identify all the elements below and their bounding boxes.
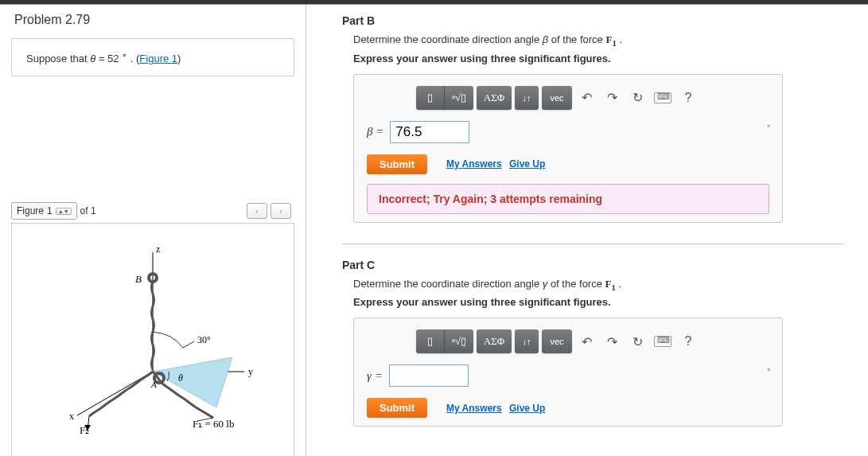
theta-label: θ: [178, 372, 183, 384]
point-B-label: B: [135, 273, 142, 285]
num: 1: [47, 205, 53, 216]
gamma-input[interactable]: [389, 364, 469, 387]
figure-selector[interactable]: Figure 1 ▲▼: [11, 202, 77, 220]
reset-button[interactable]: ↻: [626, 330, 648, 353]
reset-button[interactable]: ↻: [626, 87, 648, 109]
problem-statement: Suppose that θ = 52 ∘ . (Figure 1): [11, 38, 294, 76]
keyboard-icon: [654, 92, 671, 103]
subscript-button[interactable]: ↓↑: [515, 86, 539, 110]
x-axis-label: x: [69, 411, 74, 422]
vec-button[interactable]: vec: [542, 86, 572, 110]
equation-toolbar: ▯ ⁿ√▯ ΑΣΦ ↓↑ vec ↶ ↷ ↻ ?: [416, 86, 769, 110]
help-button[interactable]: ?: [677, 87, 699, 109]
templates-button[interactable]: ▯: [416, 329, 445, 353]
degree-symbol: ∘: [766, 364, 771, 373]
undo-button[interactable]: ↶: [575, 87, 597, 109]
label: Figure: [17, 205, 44, 216]
my-answers-link[interactable]: My Answers: [446, 158, 502, 170]
figure-count: of 1: [80, 205, 96, 216]
vec-button[interactable]: vec: [542, 329, 572, 353]
figure-next-button[interactable]: ›: [271, 203, 291, 219]
svg-marker-3: [153, 357, 232, 407]
z-axis-label: z: [156, 244, 160, 255]
subscript-button[interactable]: ↓↑: [515, 329, 539, 353]
keyboard-button[interactable]: [652, 87, 674, 109]
part-b-instruction: Express your answer using three signific…: [353, 53, 844, 64]
part-c-instruction: Express your answer using three signific…: [353, 296, 844, 308]
help-button[interactable]: ?: [677, 330, 699, 353]
text: ): [177, 53, 181, 64]
redo-button[interactable]: ↷: [601, 87, 623, 109]
gamma-var: γ =: [367, 369, 383, 383]
separator: [342, 244, 844, 244]
keyboard-icon: [654, 336, 671, 347]
point-A-label: A: [150, 380, 157, 389]
figure-link[interactable]: Figure 1: [139, 53, 177, 64]
svg-line-8: [183, 341, 194, 348]
feedback-message: Incorrect; Try Again; 3 attempts remaini…: [367, 184, 769, 214]
my-answers-link[interactable]: My Answers: [446, 403, 502, 414]
submit-button[interactable]: Submit: [367, 398, 427, 418]
beta-var: β =: [367, 125, 383, 138]
part-c-answer-box: ▯ ⁿ√▯ ΑΣΦ ↓↑ vec ↶ ↷ ↻ ? ∘ γ: [353, 318, 783, 427]
redo-button[interactable]: ↷: [601, 330, 623, 353]
text: = 52: [95, 53, 122, 64]
beta-input[interactable]: [390, 121, 469, 143]
greek-button[interactable]: ΑΣΦ: [477, 86, 512, 110]
angle-30-label: 30°: [197, 334, 211, 345]
undo-button[interactable]: ↶: [575, 330, 597, 353]
part-b-title: Part B: [342, 14, 844, 27]
keyboard-button[interactable]: [652, 330, 674, 353]
problem-title: Problem 2.79: [0, 13, 306, 35]
degree-symbol: ∘: [766, 121, 771, 130]
equation-toolbar: ▯ ⁿ√▯ ΑΣΦ ↓↑ vec ↶ ↷ ↻ ?: [416, 329, 769, 353]
part-c-title: Part C: [342, 259, 844, 271]
greek-button[interactable]: ΑΣΦ: [477, 329, 512, 353]
text: Suppose that: [26, 53, 90, 64]
radical-button[interactable]: ⁿ√▯: [445, 86, 473, 110]
give-up-link[interactable]: Give Up: [509, 403, 545, 414]
give-up-link[interactable]: Give Up: [509, 158, 545, 170]
radical-button[interactable]: ⁿ√▯: [445, 329, 473, 353]
part-c-prompt: Determine the coordinate direction angle…: [353, 278, 844, 292]
submit-button[interactable]: Submit: [367, 154, 427, 174]
y-axis-label: y: [248, 366, 253, 377]
templates-button[interactable]: ▯: [416, 86, 445, 110]
part-b-answer-box: ▯ ⁿ√▯ ΑΣΦ ↓↑ vec ↶ ↷ ↻ ? ∘ β: [353, 74, 783, 223]
F1-label: F₁ = 60 lb: [193, 418, 234, 430]
text: . (: [127, 53, 139, 64]
figure-canvas: z y x B A F₂: [11, 223, 294, 456]
part-b-prompt: Determine the coordinate direction angle…: [353, 33, 844, 48]
figure-stepper-icon[interactable]: ▲▼: [56, 208, 72, 215]
figure-prev-button[interactable]: ‹: [247, 203, 267, 219]
